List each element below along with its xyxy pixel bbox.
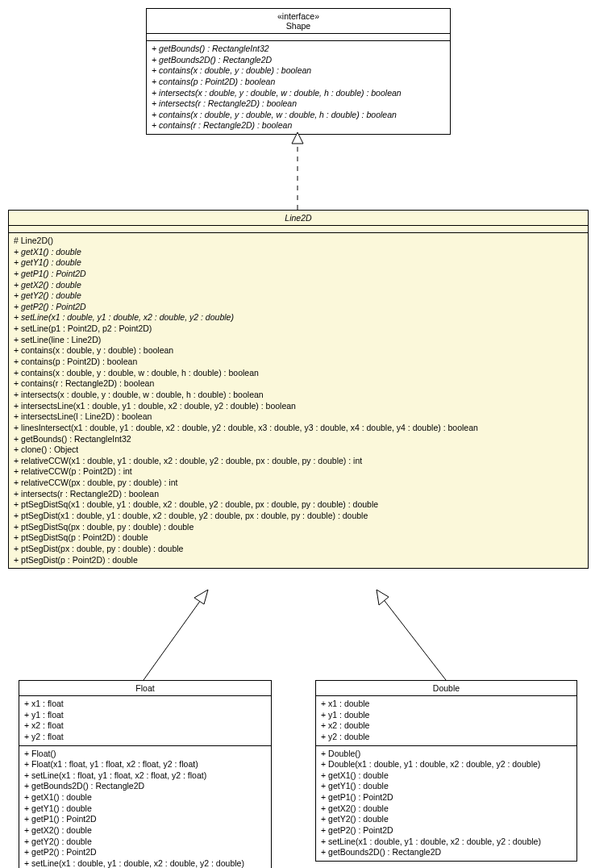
member-row: + contains(x : double, y : double) : boo… — [152, 65, 445, 77]
member-row: + getBounds2D() : Rectangle2D — [152, 55, 445, 66]
generalization-arrow — [371, 588, 468, 680]
member-row: + getX1() : double — [321, 770, 572, 782]
svg-line-4 — [382, 598, 446, 680]
member-row: + contains(x : double, y : double, w : d… — [14, 368, 583, 379]
attributes-compartment: + x1 : double+ y1 : double+ x2 : double+… — [316, 696, 576, 746]
member-row: + getY1() : double — [14, 257, 583, 269]
attributes-compartment: + x1 : float+ y1 : float+ x2 : float+ y2… — [19, 696, 271, 746]
methods-compartment: + getBounds() : RectangleInt32+ getBound… — [147, 41, 450, 134]
member-row: + setLine(p1 : Point2D, p2 : Point2D) — [14, 323, 583, 335]
member-row: # Line2D() — [14, 236, 583, 247]
class-float: Float + x1 : float+ y1 : float+ x2 : flo… — [19, 680, 272, 868]
svg-marker-5 — [377, 590, 389, 605]
member-row: + getBounds2D() : Rectangle2D — [321, 847, 572, 858]
member-row: + getX2() : double — [14, 280, 583, 291]
member-row: + setLine(x1 : double, y1 : double, x2 :… — [24, 858, 266, 868]
member-row: + relativeCCW(px : double, py : double) … — [14, 478, 583, 489]
member-row: + setLine(x1 : double, y1 : double, x2 :… — [321, 837, 572, 848]
class-shape: «interface» Shape + getBounds() : Rectan… — [146, 8, 451, 135]
methods-compartment: + Double()+ Double(x1 : double, y1 : dou… — [316, 746, 576, 861]
stereotype-label: «interface» — [152, 11, 445, 21]
member-row: + Float(x1 : float, y1 : float, x2 : flo… — [24, 759, 266, 770]
member-row: + y2 : double — [321, 732, 572, 743]
member-row: + getP1() : Point2D — [321, 792, 572, 803]
class-title: Double — [316, 681, 576, 696]
member-row: + y1 : double — [321, 710, 572, 721]
member-row: + getY1() : double — [321, 781, 572, 792]
member-row: + setLine(x1 : double, y1 : double, x2 :… — [14, 312, 583, 323]
member-row: + ptSegDistSq(px : double, py : double) … — [14, 522, 583, 533]
member-row: + x2 : float — [24, 720, 266, 732]
member-row: + getP2() : Point2D — [321, 825, 572, 837]
member-row: + intersectsLine(x1 : double, y1 : doubl… — [14, 401, 583, 412]
member-row: + contains(p : Point2D) : boolean — [152, 77, 445, 88]
member-row: + ptSegDistSq(x1 : double, y1 : double, … — [14, 499, 583, 511]
member-row: + getP2() : Point2D — [14, 302, 583, 313]
member-row: + setLine(line : Line2D) — [14, 335, 583, 346]
member-row: + linesIntersect(x1 : double, y1 : doubl… — [14, 423, 583, 434]
member-row: + intersects(x : double, y : double, w :… — [14, 390, 583, 401]
methods-compartment: + Float()+ Float(x1 : float, y1 : float,… — [19, 746, 271, 868]
class-title: «interface» Shape — [147, 9, 450, 34]
realization-arrow — [289, 132, 306, 210]
member-row: + getX1() : double — [24, 792, 266, 803]
member-row: + getX2() : double — [24, 825, 266, 837]
member-row: + getX2() : double — [321, 803, 572, 815]
member-row: + intersectsLine(l : Line2D) : boolean — [14, 411, 583, 423]
member-row: + clone() : Object — [14, 444, 583, 456]
member-row: + intersects(x : double, y : double, w :… — [152, 88, 445, 99]
class-line2d: Line2D # Line2D()+ getX1() : double+ get… — [8, 210, 589, 569]
class-name: Shape — [152, 21, 445, 31]
member-row: + intersects(r : Rectangle2D) : boolean — [152, 98, 445, 110]
member-row: + ptSegDist(x1 : double, y1 : double, x2… — [14, 511, 583, 522]
member-row: + contains(p : Point2D) : boolean — [14, 357, 583, 368]
member-row: + getY2() : double — [24, 837, 266, 848]
svg-marker-3 — [194, 590, 208, 604]
member-row: + x2 : double — [321, 720, 572, 732]
member-row: + getP2() : Point2D — [24, 847, 266, 858]
member-row: + ptSegDist(p : Point2D) : double — [14, 555, 583, 566]
attributes-compartment — [9, 226, 588, 233]
member-row: + y2 : float — [24, 732, 266, 743]
class-name: Double — [433, 683, 460, 693]
member-row: + getY2() : double — [321, 814, 572, 825]
member-row: + contains(x : double, y : double) : boo… — [14, 345, 583, 357]
member-row: + getY2() : double — [14, 290, 583, 302]
member-row: + contains(r : Rectangle2D) : boolean — [152, 120, 445, 131]
member-row: + ptSegDist(px : double, py : double) : … — [14, 544, 583, 555]
member-row: + contains(x : double, y : double, w : d… — [152, 110, 445, 121]
member-row: + x1 : double — [321, 699, 572, 710]
member-row: + Float() — [24, 749, 266, 760]
attributes-compartment — [147, 34, 450, 41]
class-name: Line2D — [285, 213, 311, 223]
class-title: Line2D — [9, 211, 588, 226]
member-row: + relativeCCW(p : Point2D) : int — [14, 466, 583, 478]
methods-compartment: # Line2D()+ getX1() : double+ getY1() : … — [9, 233, 588, 568]
member-row: + getBounds2D() : Rectangle2D — [24, 781, 266, 792]
generalization-arrow — [144, 588, 240, 680]
member-row: + relativeCCW(x1 : double, y1 : double, … — [14, 456, 583, 467]
member-row: + y1 : float — [24, 710, 266, 721]
class-double: Double + x1 : double+ y1 : double+ x2 : … — [315, 680, 577, 862]
member-row: + getY1() : double — [24, 803, 266, 815]
member-row: + Double(x1 : double, y1 : double, x2 : … — [321, 759, 572, 770]
member-row: + ptSegDistSq(p : Point2D) : double — [14, 532, 583, 544]
member-row: + contains(r : Rectangle2D) : boolean — [14, 378, 583, 390]
member-row: + getBounds() : RectangleInt32 — [14, 434, 583, 445]
class-name: Float — [135, 683, 154, 693]
member-row: + getX1() : double — [14, 247, 583, 258]
member-row: + getP1() : Point2D — [14, 269, 583, 280]
member-row: + intersects(r : Rectangle2D) : boolean — [14, 489, 583, 500]
member-row: + Double() — [321, 749, 572, 760]
member-row: + x1 : float — [24, 699, 266, 710]
svg-line-2 — [144, 598, 202, 680]
member-row: + getBounds() : RectangleInt32 — [152, 44, 445, 55]
member-row: + getP1() : Point2D — [24, 814, 266, 825]
member-row: + setLine(x1 : float, y1 : float, x2 : f… — [24, 770, 266, 782]
class-title: Float — [19, 681, 271, 696]
